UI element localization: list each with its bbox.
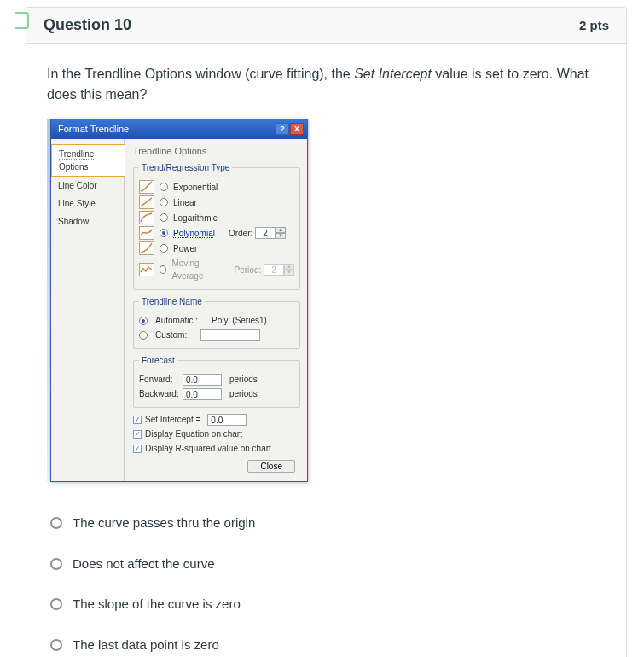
- order-label: Order:: [229, 227, 252, 240]
- custom-name-input[interactable]: [200, 329, 260, 341]
- period-label: Period:: [235, 264, 262, 276]
- order-input[interactable]: 2: [255, 227, 276, 239]
- answer-option[interactable]: The slope of the curve is zero: [47, 584, 606, 625]
- display-r2-checkbox[interactable]: [133, 445, 142, 453]
- power-radio[interactable]: [160, 244, 168, 253]
- power-label: Power: [173, 242, 197, 255]
- answer-radio-icon[interactable]: [50, 639, 62, 651]
- name-custom-radio[interactable]: [139, 331, 148, 340]
- answer-option[interactable]: Does not affect the curve: [47, 544, 606, 585]
- exponential-icon: [139, 180, 154, 194]
- display-equation-label: Display Equation on chart: [145, 427, 242, 440]
- answer-list: The curve passes thru the origin Does no…: [47, 503, 606, 657]
- order-up-icon[interactable]: ▲: [276, 227, 286, 233]
- svg-line-0: [141, 198, 152, 206]
- answer-radio-icon[interactable]: [50, 517, 62, 529]
- backward-input[interactable]: 0.0: [183, 388, 222, 400]
- sidebar-item-line-color[interactable]: Line Color: [51, 177, 124, 195]
- forward-label: Forward:: [139, 373, 178, 386]
- regression-type-group: Trend/Regression Type Exponential: [133, 161, 300, 290]
- name-automatic-label: Automatic :: [155, 314, 198, 327]
- answer-text: Does not affect the curve: [73, 555, 215, 574]
- question-card: Question 10 2 pts In the Trendline Optio…: [26, 7, 627, 657]
- answer-text: The curve passes thru the origin: [73, 514, 255, 533]
- set-intercept-input[interactable]: 0.0: [207, 414, 247, 426]
- polynomial-radio[interactable]: [160, 229, 168, 237]
- question-header: Question 10 2 pts: [26, 8, 626, 44]
- sidebar-item-shadow[interactable]: Shadow: [51, 212, 124, 230]
- logarithmic-icon: [139, 211, 154, 224]
- moving-average-icon: [139, 263, 154, 276]
- linear-label: Linear: [173, 196, 197, 209]
- order-down-icon[interactable]: ▼: [276, 233, 286, 239]
- panel-title: Trendline Options: [133, 144, 300, 159]
- power-icon: [139, 241, 154, 255]
- moving-average-radio[interactable]: [160, 265, 166, 274]
- forward-periods: periods: [229, 373, 258, 386]
- answer-text: The slope of the curve is zero: [73, 595, 241, 614]
- answer-text: The last data point is zero: [73, 636, 219, 655]
- regression-type-legend: Trend/Regression Type: [139, 161, 232, 174]
- dialog-sidebar: Trendline Options Line Color Line Style …: [51, 139, 125, 482]
- backward-periods: periods: [229, 387, 258, 400]
- display-r2-label: Display R-squared value on chart: [145, 442, 271, 455]
- moving-average-label: Moving Average: [171, 257, 220, 282]
- name-automatic-radio[interactable]: [139, 317, 148, 325]
- display-equation-checkbox[interactable]: [133, 430, 142, 439]
- set-intercept-label: Set Intercept =: [145, 413, 200, 426]
- linear-icon: [139, 195, 154, 209]
- dialog-title: Format Trendline: [58, 122, 129, 137]
- polynomial-icon: [139, 226, 154, 240]
- forecast-group: Forecast Forward: 0.0 periods Backward: …: [133, 354, 300, 408]
- period-up-icon: ▲: [284, 264, 294, 270]
- close-icon[interactable]: X: [290, 123, 304, 135]
- question-points: 2 pts: [579, 18, 609, 32]
- answer-option[interactable]: The curve passes thru the origin: [47, 503, 606, 544]
- period-input: 2: [264, 264, 284, 276]
- question-title: Question 10: [44, 16, 131, 34]
- forward-input[interactable]: 0.0: [183, 374, 222, 386]
- period-down-icon: ▼: [284, 270, 294, 276]
- forecast-legend: Forecast: [139, 354, 177, 367]
- set-intercept-checkbox[interactable]: [133, 416, 142, 424]
- exponential-radio[interactable]: [160, 183, 168, 191]
- sidebar-item-line-style[interactable]: Line Style: [51, 195, 124, 212]
- question-text: In the Trendline Options window (curve f…: [47, 64, 606, 105]
- help-icon[interactable]: ?: [276, 123, 289, 135]
- close-button[interactable]: Close: [247, 460, 295, 473]
- backward-label: Backward:: [139, 387, 178, 400]
- name-custom-label: Custom:: [155, 328, 187, 341]
- answer-option[interactable]: The last data point is zero: [47, 625, 606, 658]
- expand-icon[interactable]: [15, 12, 29, 29]
- answer-radio-icon[interactable]: [50, 558, 62, 570]
- dialog-titlebar: Format Trendline ? X: [51, 119, 307, 139]
- automatic-name-value: Poly. (Series1): [212, 314, 267, 327]
- logarithmic-label: Logarithmic: [173, 212, 218, 224]
- exponential-label: Exponential: [173, 181, 218, 194]
- answer-radio-icon[interactable]: [50, 598, 62, 610]
- format-trendline-dialog: Format Trendline ? X Trendline Options L…: [50, 119, 308, 482]
- sidebar-item-trendline-options[interactable]: Trendline Options: [51, 144, 125, 177]
- trendline-name-group: Trendline Name Automatic : Poly. (Series…: [133, 295, 300, 349]
- polynomial-label: Polynomial: [173, 227, 215, 240]
- logarithmic-radio[interactable]: [160, 213, 168, 222]
- linear-radio[interactable]: [160, 198, 168, 206]
- trendline-name-legend: Trendline Name: [139, 295, 205, 308]
